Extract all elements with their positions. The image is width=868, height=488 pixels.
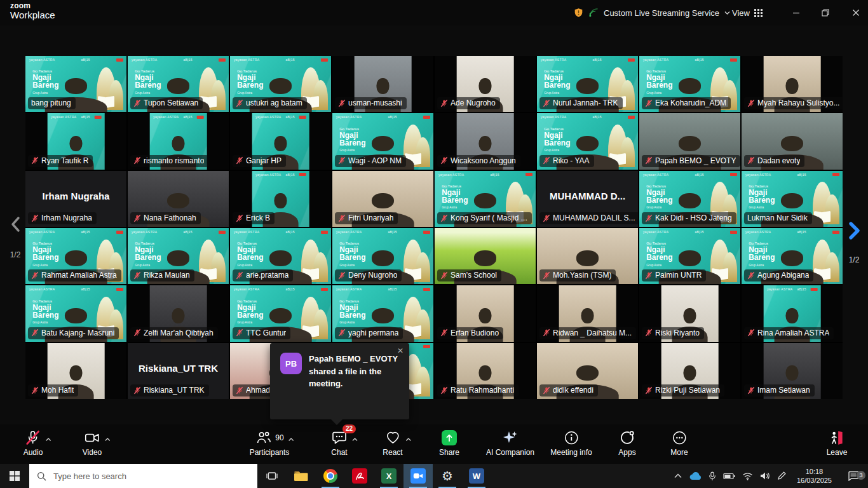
- video-tile[interactable]: Moh.Yasin (TSM): [537, 228, 638, 284]
- notification-close-icon[interactable]: ✕: [397, 346, 403, 355]
- zoom-app-button[interactable]: [403, 464, 433, 488]
- close-button[interactable]: [845, 0, 867, 25]
- video-tile[interactable]: yayasan ASTRA aB|15 Go Tadarus Ngaji Bar…: [639, 171, 740, 227]
- pen-icon[interactable]: [777, 471, 786, 480]
- settings-button[interactable]: ⚙: [433, 464, 462, 488]
- video-tile[interactable]: yayasan ASTRA aB|15 Go Tadarus Ngaji Bar…: [639, 56, 740, 112]
- search-input[interactable]: [52, 471, 214, 482]
- video-tile[interactable]: yayasan ASTRA aB|15 Go Tadarus Ngaji Bar…: [25, 56, 126, 112]
- volume-icon[interactable]: [760, 471, 770, 480]
- chrome-button[interactable]: [316, 464, 345, 488]
- video-tile[interactable]: Riski Riyanto: [639, 285, 740, 341]
- video-tile[interactable]: yayasan ASTRA aB|15 Go Tadarus Ngaji Bar…: [230, 228, 331, 284]
- excel-button[interactable]: X: [374, 464, 403, 488]
- share-button[interactable]: Share: [439, 429, 459, 457]
- start-button[interactable]: [0, 464, 29, 488]
- video-tile[interactable]: yayasan ASTRA aB|15 Go Tadarus Ngaji Bar…: [435, 171, 536, 227]
- video-tile[interactable]: yayasan ASTRA aB|15 Go Tadarus Ngaji Bar…: [639, 228, 740, 284]
- bg-brand-logo: [832, 231, 839, 234]
- video-tile[interactable]: Riskiana_UT TRK Riskiana_UT TRK: [128, 343, 229, 399]
- video-tile[interactable]: yayasan ASTRA aB|15 Erick B: [230, 171, 331, 227]
- video-tile[interactable]: yayasan ASTRA aB|15 Go Tadarus Ngaji Bar…: [128, 228, 229, 284]
- muted-mic-icon: [31, 156, 39, 165]
- bg-brand-center: aB|15: [695, 173, 703, 177]
- restore-button[interactable]: [815, 0, 836, 25]
- video-tile[interactable]: Imam Setiawan: [742, 343, 843, 399]
- tray-chevron-icon[interactable]: [674, 473, 682, 478]
- video-tile[interactable]: Irham Nugraha Irham Nugraha: [25, 171, 126, 227]
- bg-brand-logo: [95, 116, 102, 119]
- video-tile[interactable]: yayasan ASTRA aB|15 Go Tadarus Ngaji Bar…: [332, 228, 433, 284]
- video-tile[interactable]: yayasan ASTRA aB|15 Go Tadarus Ngaji Bar…: [537, 113, 638, 169]
- taskbar-clock[interactable]: 10:18 16/03/2025: [793, 467, 836, 485]
- video-tile[interactable]: yayasan ASTRA aB|15 Go Tadarus Ngaji Bar…: [332, 285, 433, 341]
- audio-options-chevron[interactable]: [46, 433, 51, 444]
- video-tile[interactable]: yayasan ASTRA aB|15 Go Tadarus Ngaji Bar…: [25, 228, 126, 284]
- battery-icon[interactable]: [723, 472, 735, 480]
- camera-icon: [84, 430, 100, 446]
- prev-page-button[interactable]: 1/2: [6, 216, 24, 259]
- video-tile[interactable]: yayasan ASTRA aB|15 Go Tadarus Ngaji Bar…: [537, 56, 638, 112]
- video-tile[interactable]: Wicaksono Anggun: [435, 113, 536, 169]
- video-tile[interactable]: yayasan ASTRA aB|15 Go Tadarus Ngaji Bar…: [230, 285, 331, 341]
- video-button[interactable]: Video: [83, 429, 102, 457]
- chat-button[interactable]: 22 Chat: [331, 429, 348, 457]
- file-explorer-button[interactable]: [287, 464, 316, 488]
- minimize-button[interactable]: [785, 0, 807, 25]
- video-tile[interactable]: Zelfi Mar'ah Qibtiyah: [128, 285, 229, 341]
- onedrive-cloud-icon[interactable]: [689, 471, 702, 480]
- video-tile[interactable]: Moh Hafit: [25, 343, 126, 399]
- video-tile[interactable]: yayasan ASTRA aB|15 Rina Amalia: [742, 285, 843, 341]
- video-tile[interactable]: yayasan ASTRA aB|15 Ganjar HP: [230, 113, 331, 169]
- video-tile[interactable]: Nana Fathonah: [128, 171, 229, 227]
- video-tile[interactable]: yayasan ASTRA aB|15 Go Tadarus Ngaji Bar…: [742, 228, 843, 284]
- next-page-button[interactable]: 1/2: [844, 221, 864, 264]
- word-button[interactable]: W: [462, 464, 491, 488]
- participant-name: Papah BEMO _ EVOTY: [655, 156, 736, 165]
- chat-options-chevron[interactable]: [352, 433, 358, 444]
- video-tile[interactable]: Ridwan _ Daihatsu M...: [537, 285, 638, 341]
- ai-companion-button[interactable]: AI Companion: [486, 429, 534, 457]
- participant-name-label: Erfan Budiono: [437, 327, 503, 339]
- bg-brand-center: aB|15: [797, 287, 806, 291]
- task-view-button[interactable]: [257, 464, 287, 488]
- video-tile[interactable]: usman-musashi: [332, 56, 433, 112]
- participants-button[interactable]: 90 Participants: [250, 429, 290, 457]
- video-tile[interactable]: Erfan Budiono: [435, 285, 536, 341]
- participants-options-chevron[interactable]: [288, 433, 294, 444]
- video-tile[interactable]: Papah BEMO _ EVOTY: [639, 113, 740, 169]
- file-shared-notification[interactable]: PB Papah BEMO _ EVOTY shared a file in t…: [270, 343, 409, 419]
- video-options-chevron[interactable]: [105, 433, 111, 444]
- video-tile[interactable]: MUHAMMAD D... MUHAMMAD DALIL S...: [537, 171, 638, 227]
- react-options-chevron[interactable]: [405, 433, 411, 444]
- video-tile[interactable]: Myah Rahayu Sulistyo...: [742, 56, 843, 112]
- leave-button[interactable]: Leave: [827, 429, 848, 457]
- acrobat-button[interactable]: [345, 464, 374, 488]
- video-tile[interactable]: yayasan ASTRA aB|15 Go Tadarus Ngaji Bar…: [742, 171, 843, 227]
- react-button[interactable]: React: [383, 429, 402, 457]
- video-tile[interactable]: Ratu Rahmadhanti: [435, 343, 536, 399]
- tray-mic-icon[interactable]: [709, 471, 716, 481]
- video-tile[interactable]: yayasan ASTRA aB|15 Go Tadarus Ngaji Bar…: [230, 56, 331, 112]
- more-button[interactable]: More: [670, 429, 688, 457]
- audio-button[interactable]: Audio: [24, 429, 43, 457]
- action-center-button[interactable]: 3: [843, 471, 864, 481]
- video-tile[interactable]: yayasan ASTRA aB|15 Ryan Taufik: [25, 113, 126, 169]
- taskbar-search[interactable]: [29, 464, 257, 488]
- wifi-icon[interactable]: [742, 472, 753, 480]
- video-tile[interactable]: yayasan ASTRA aB|15 Go Tadarus Ngaji Bar…: [332, 113, 433, 169]
- video-tile[interactable]: didik effendi: [537, 343, 638, 399]
- apps-button[interactable]: Apps: [618, 429, 635, 457]
- video-tile[interactable]: Fitri Unariyah: [332, 171, 433, 227]
- video-tile[interactable]: Rizki Puji Setiawan: [639, 343, 740, 399]
- view-button[interactable]: View: [732, 0, 763, 25]
- video-tile[interactable]: yayasan ASTRA aB|15 Go Tadarus Ngaji Bar…: [128, 56, 229, 112]
- participant-name: Ryan Taufik R: [41, 156, 88, 165]
- live-streaming-indicator[interactable]: Custom Live Streaming Service: [574, 0, 730, 25]
- video-tile[interactable]: Ade Nugroho: [435, 56, 536, 112]
- video-tile[interactable]: Sam's School: [435, 228, 536, 284]
- video-tile[interactable]: yayasan ASTRA aB|15 Go Tadarus Ngaji Bar…: [25, 285, 126, 341]
- video-tile[interactable]: yayasan ASTRA aB|15 rismanto ri: [128, 113, 229, 169]
- meeting-info-button[interactable]: Meeting info: [550, 429, 592, 457]
- video-tile[interactable]: Dadan evoty: [742, 113, 843, 169]
